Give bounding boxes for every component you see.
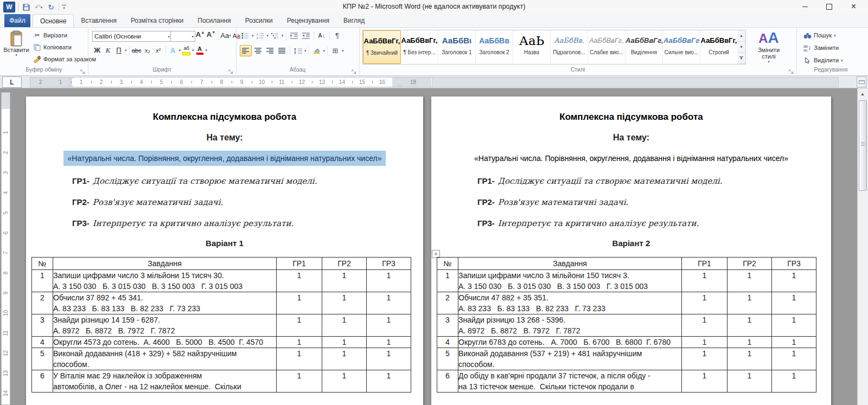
highlight-color-button[interactable]: аб — [182, 46, 191, 55]
table-header-cell[interactable]: Завдання — [458, 258, 682, 270]
shading-button[interactable] — [311, 46, 322, 56]
style-item[interactable]: АаБбВвГг, ¶ Звичайний — [363, 30, 401, 64]
task-line[interactable]: Знайди різницю 13 268 - 5396. — [458, 314, 681, 325]
ribbon-tab[interactable]: Розмітка сторінки — [124, 14, 190, 27]
gr1-score-cell[interactable]: 1 — [682, 314, 727, 337]
table-header-cell[interactable]: № — [32, 258, 53, 270]
variant-heading[interactable]: Варіант 1 — [26, 239, 423, 248]
gr1-score-cell[interactable]: 1 — [682, 270, 727, 292]
first-line-indent-marker[interactable] — [68, 78, 73, 81]
gr2-score-cell[interactable]: 1 — [322, 292, 367, 314]
gr2-score-cell[interactable]: 1 — [322, 270, 367, 292]
doc-subtitle[interactable]: На тему: — [431, 133, 831, 143]
doc-subtitle[interactable]: На тему: — [26, 133, 423, 143]
task-text-cell[interactable]: Запиши цифрами число 3 мільйони 150 тися… — [458, 270, 682, 292]
table-header-cell[interactable]: ГР2 — [727, 258, 772, 270]
chevron-down-icon[interactable]: ▾ — [267, 34, 269, 37]
task-text-cell[interactable]: До обіду в кав'ярні продали 37 тістечок,… — [458, 370, 682, 393]
task-line[interactable]: А. 83 233 Б. 83 133 В. 82 233 Г. 73 233 — [458, 303, 681, 314]
tasks-table[interactable]: №ЗавданняГР1ГР2ГР3 1 Запиши цифрами числ… — [437, 257, 816, 393]
gr1-score-cell[interactable]: 1 — [277, 370, 322, 393]
align-left-button[interactable] — [240, 45, 252, 56]
gr3-score-cell[interactable]: 1 — [367, 348, 411, 370]
task-line[interactable]: способом. — [458, 359, 681, 370]
table-header-cell[interactable]: ГР3 — [367, 258, 411, 270]
doc-topic-text[interactable]: «Натуральні числа. Порівняння, округленн… — [470, 151, 793, 166]
vertical-scrollbar[interactable]: ▲ — [857, 88, 868, 405]
gr1-score-cell[interactable]: 1 — [682, 337, 727, 348]
vertical-ruler[interactable]: 123456789101112131415 — [1, 92, 10, 405]
style-item[interactable]: АаБбВвГг, ¶ Без інтер... — [401, 30, 438, 64]
subscript-button[interactable]: х₂ — [143, 45, 152, 55]
table-header-cell[interactable]: ГР1 — [682, 258, 727, 270]
clipboard-dialog-launcher[interactable] — [80, 67, 86, 73]
gr1-score-cell[interactable]: 1 — [682, 348, 727, 370]
gr3-score-cell[interactable]: 1 — [367, 292, 411, 314]
task-number-cell[interactable]: 2 — [32, 292, 53, 314]
task-line[interactable]: А. 83 233 Б. 83 133 В. 82 233 Г. 73 233 — [53, 303, 276, 314]
task-text-cell[interactable]: Округли 6783 до сотень. А. 7000 Б. 6700 … — [458, 337, 682, 348]
gr3-score-cell[interactable]: 1 — [772, 337, 816, 348]
gr-line[interactable]: ГР1-Досліджує ситуації та створює матема… — [477, 176, 815, 187]
find-button[interactable]: Пошук▾ — [802, 31, 845, 40]
chevron-down-icon[interactable]: ▾ — [179, 48, 181, 52]
gr3-score-cell[interactable]: 1 — [772, 348, 816, 370]
chevron-down-icon[interactable]: ▾ — [304, 49, 307, 53]
task-line[interactable]: Обчисли 37 892 + 45 341. — [53, 292, 276, 303]
task-number-cell[interactable]: 6 — [437, 370, 458, 393]
document-area[interactable]: 123456789101112131415 Комплексна підсумк… — [0, 88, 868, 405]
table-header-cell[interactable]: ГР2 — [322, 258, 367, 270]
doc-title[interactable]: Комплексна підсумкова робота — [26, 112, 423, 123]
justify-button[interactable] — [277, 46, 288, 56]
task-line[interactable]: Округли 6783 до сотень. А. 7000 Б. 6700 … — [458, 337, 681, 348]
task-line[interactable]: Знайди різницю 14 159 - 6287. — [53, 314, 276, 325]
font-name-combo[interactable]: Calibri (Основни▾ — [92, 31, 171, 42]
chevron-down-icon[interactable]: ▾ — [206, 48, 208, 52]
task-line[interactable]: Обчисли 47 882 + 35 351. — [458, 292, 681, 303]
gr2-score-cell[interactable]: 1 — [727, 292, 772, 314]
task-number-cell[interactable]: 3 — [32, 314, 53, 337]
ribbon-tab[interactable]: Рецензування — [280, 14, 336, 27]
gr-line[interactable]: ГР2-Розв'язує математичні задачі. — [72, 197, 407, 208]
chevron-down-icon[interactable]: ▾ — [252, 34, 254, 37]
task-line[interactable]: способом. — [53, 359, 276, 370]
close-button[interactable]: × — [841, 0, 866, 13]
gr2-score-cell[interactable]: 1 — [727, 270, 772, 292]
gallery-up-button[interactable]: ▲ — [737, 30, 745, 42]
view-ruler-toggle-button[interactable] — [857, 76, 866, 87]
gallery-down-button[interactable]: ▼ — [737, 42, 745, 53]
task-number-cell[interactable]: 5 — [437, 348, 458, 370]
task-line[interactable]: Виконай додавання (418 + 329) + 582 найз… — [53, 348, 276, 359]
task-text-cell[interactable]: Обчисли 37 892 + 45 341.А. 83 233 Б. 83 … — [53, 292, 277, 314]
doc-title[interactable]: Комплексна підсумкова робота — [431, 112, 831, 123]
task-text-cell[interactable]: Знайди різницю 14 159 - 6287.А. 8972 Б. … — [53, 314, 277, 337]
task-text-cell[interactable]: Виконай додавання (418 + 329) + 582 найз… — [53, 348, 277, 370]
tab-selector-button[interactable]: L — [2, 76, 22, 88]
table-header-cell[interactable]: ГР3 — [772, 258, 816, 270]
sort-button[interactable]: А↓ — [316, 30, 327, 41]
task-text-cell[interactable]: Обчисли 47 882 + 35 351.А. 83 233 Б. 83 … — [458, 292, 682, 314]
gr1-score-cell[interactable]: 1 — [277, 292, 322, 314]
chevron-down-icon[interactable]: ▾ — [282, 34, 284, 37]
task-line[interactable]: До обіду в кав'ярні продали 37 тістечок,… — [458, 370, 681, 381]
gr3-score-cell[interactable]: 1 — [772, 370, 816, 393]
task-text-cell[interactable]: Знайди різницю 13 268 - 5396.А. 8972 Б. … — [458, 314, 682, 337]
chevron-down-icon[interactable]: ▾ — [192, 48, 194, 52]
chevron-down-icon[interactable]: ▾ — [125, 48, 127, 52]
task-text-cell[interactable]: Округли 4573 до сотень. А. 4600 Б. 5000 … — [53, 337, 277, 348]
ribbon-tab[interactable]: Вставлення — [74, 14, 124, 27]
font-size-combo[interactable]: ▾ — [170, 31, 195, 42]
gr1-score-cell[interactable]: 1 — [277, 314, 322, 337]
task-text-cell[interactable]: Виконай додавання (537 + 219) + 481 найз… — [458, 348, 682, 370]
task-number-cell[interactable]: 6 — [32, 370, 53, 393]
tasks-table[interactable]: №ЗавданняГР1ГР2ГР3 1 Запиши цифрами числ… — [31, 257, 411, 393]
underline-button[interactable]: П — [114, 45, 124, 55]
right-indent-marker[interactable] — [397, 83, 403, 87]
task-line[interactable]: Виконай додавання (537 + 219) + 481 найз… — [458, 348, 681, 359]
paragraph-dialog-launcher[interactable] — [352, 67, 358, 73]
task-number-cell[interactable]: 4 — [32, 337, 53, 348]
bold-button[interactable]: Ж — [92, 45, 102, 55]
gr2-score-cell[interactable]: 1 — [727, 348, 772, 370]
gr3-score-cell[interactable]: 1 — [772, 314, 816, 337]
chevron-down-icon[interactable]: ▾ — [323, 49, 326, 53]
